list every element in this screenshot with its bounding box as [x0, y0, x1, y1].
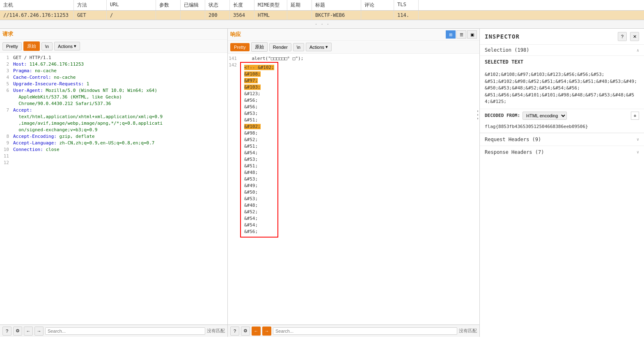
inspector-close-button[interactable]: ✕ — [630, 32, 639, 41]
main-content: 请求 Pretty 原始 \n Actions ▾ 1 GET / HTTP/1… — [0, 29, 644, 337]
code-line: 141 alert("□□□□□□° □"); — [228, 55, 479, 62]
col-length-header: 长度 — [230, 0, 254, 10]
request-search-input[interactable] — [45, 327, 205, 335]
inspector-header: INSPECTOR ? ✕ — [480, 29, 644, 45]
response-headers-section[interactable]: Response Headers (7) ∨ — [480, 146, 644, 158]
request-headers-section[interactable]: Request Headers (9) ∨ — [480, 133, 644, 146]
inspector-icons: ? ✕ — [618, 32, 639, 41]
help-button[interactable]: ? — [2, 327, 11, 336]
row-params — [156, 11, 181, 20]
row-status: 200 — [205, 11, 230, 20]
code-line: 3 Pragma: no-cache — [0, 68, 227, 74]
col-edited-header: 已编辑 — [181, 0, 205, 10]
response-help-button[interactable]: ? — [230, 327, 239, 336]
tab-request-newline[interactable]: \n — [41, 42, 53, 50]
tab-request-pretty[interactable]: Pretty — [2, 42, 22, 50]
selected-text-section: SELECTED TEXT &#102;&#108;&#97;&#103;&#1… — [480, 56, 644, 133]
code-line: 7 Accept: text/html,application/xhtml+xm… — [0, 107, 227, 133]
row-comment — [361, 11, 394, 20]
response-label: 响应 — [230, 31, 241, 38]
col-tls-header: TLS — [394, 0, 419, 10]
row-delay — [287, 11, 312, 20]
table-row[interactable]: //114.67.246.176:11253 GET / 200 3564 HT… — [0, 11, 644, 20]
view-split-button[interactable]: ⊞ — [446, 30, 456, 39]
request-label: 请求 — [2, 30, 13, 38]
response-actions-button[interactable]: Actions ▾ — [306, 43, 332, 51]
request-panel: 请求 Pretty 原始 \n Actions ▾ 1 GET / HTTP/1… — [0, 29, 228, 337]
response-tabs: Pretty 原始 Render \n Actions ▾ — [228, 41, 479, 54]
response-panel: 响应 ⊞ ☰ ▣ Pretty 原始 Render \n Actions ▾ 1… — [228, 29, 480, 337]
selected-text-title: SELECTED TEXT — [485, 59, 523, 65]
actions-chevron-icon: ▾ — [74, 43, 76, 49]
col-host-header: 主机 — [0, 0, 74, 10]
code-line: 2 Host: 114.67.246.176:11253 — [0, 61, 227, 68]
col-mime-header: MIME类型 — [254, 0, 287, 10]
settings-button[interactable]: ⚙ — [13, 327, 22, 336]
resize-handle[interactable]: · · · — [0, 20, 644, 29]
response-search-input[interactable] — [273, 327, 457, 335]
forward-button[interactable]: → — [34, 327, 44, 336]
row-mime: HTML — [254, 11, 287, 20]
view-toggle: ⊞ ☰ ▣ — [446, 30, 477, 39]
row-length: 3564 — [230, 11, 254, 20]
resize-dots: · · · — [314, 21, 329, 27]
decoded-value: flag{8853fb436530512504668386eeb09506} — [480, 122, 644, 133]
row-title: BKCTF-WEB6 — [312, 11, 361, 20]
response-forward-button[interactable]: → — [262, 327, 271, 336]
response-header-row: 响应 ⊞ ☰ ▣ — [228, 29, 479, 41]
response-code-area[interactable]: 141 alert("□□□□□□° □"); 142 <!-- &#102; … — [228, 54, 479, 324]
request-bottom-toolbar: ? ⚙ ← → 没有匹配 — [0, 324, 227, 337]
row-method: GET — [74, 11, 107, 20]
row-edited — [181, 11, 205, 20]
row-tls: 114. — [394, 11, 419, 20]
col-comment-header: 评论 — [361, 0, 394, 10]
code-line: 12 — [0, 160, 227, 166]
tab-response-pretty[interactable]: Pretty — [230, 43, 250, 51]
code-line: 6 User-Agent: Mozilla/5.0 (Windows NT 10… — [0, 87, 227, 107]
tab-response-render[interactable]: Render — [269, 43, 291, 51]
selection-label: Selection (198) — [485, 47, 529, 53]
code-line: 4 Cache-Control: no-cache — [0, 74, 227, 81]
col-status-header: 状态 — [205, 0, 230, 10]
response-headers-chevron-icon: ∨ — [637, 150, 639, 154]
request-no-match: 没有匹配 — [207, 328, 225, 334]
col-method-header: 方法 — [74, 0, 107, 10]
response-back-button[interactable]: ← — [252, 327, 261, 336]
decoded-from-select[interactable]: HTML encoding — [523, 112, 567, 120]
response-actions-label: Actions — [309, 45, 324, 50]
row-host: //114.67.246.176:11253 — [0, 11, 74, 20]
code-line: 8 Accept-Encoding: gzip, deflate — [0, 133, 227, 140]
col-delay-header: 延期 — [287, 0, 312, 10]
view-vertical-button[interactable]: ▣ — [467, 30, 477, 39]
col-title-header: 标题 — [312, 0, 361, 10]
selection-row: Selection (198) ∧ — [480, 45, 644, 56]
code-line: 9 Accept-Language: zh-CN,zh;q=0.9,en-US;… — [0, 140, 227, 146]
code-line: 11 — [0, 153, 227, 160]
response-no-match: 没有匹配 — [459, 328, 477, 334]
selected-text-header[interactable]: SELECTED TEXT — [480, 56, 644, 68]
response-headers-label: Response Headers (7) — [485, 149, 544, 155]
response-settings-button[interactable]: ⚙ — [241, 327, 250, 336]
decoded-from-label: DECODED FROM: — [485, 113, 520, 118]
tab-request-raw[interactable]: 原始 — [23, 41, 40, 51]
response-actions-chevron-icon: ▾ — [325, 44, 328, 50]
back-button[interactable]: ← — [24, 327, 33, 336]
tab-response-newline[interactable]: \n — [293, 43, 304, 51]
inspector-title: INSPECTOR — [485, 33, 520, 40]
inspector-help-button[interactable]: ? — [618, 32, 627, 41]
decoded-plus-button[interactable]: + — [631, 112, 639, 120]
tab-response-raw[interactable]: 原始 — [251, 42, 268, 52]
col-params-header: 参数 — [156, 0, 181, 10]
request-code-area[interactable]: 1 GET / HTTP/1.1 2 Host: 114.67.246.176:… — [0, 53, 227, 324]
response-highlighted-content: <!-- &#102; &#108; &#97; &#103; &#123; &… — [244, 64, 274, 235]
view-horizontal-button[interactable]: ☰ — [456, 30, 466, 39]
inspector-panel: INSPECTOR ? ✕ Selection (198) ∧ SELECTED… — [480, 29, 644, 337]
request-headers-chevron-icon: ∨ — [637, 137, 639, 142]
table-header: 主机 方法 URL 参数 已编辑 状态 长度 MIME类型 延期 标题 评论 T… — [0, 0, 644, 11]
request-actions-button[interactable]: Actions ▾ — [54, 42, 80, 50]
code-line: 1 GET / HTTP/1.1 — [0, 55, 227, 61]
response-bottom-toolbar: ? ⚙ ← → 没有匹配 — [228, 324, 479, 337]
actions-label: Actions — [58, 44, 73, 49]
code-line: 5 Upgrade-Insecure-Requests: 1 — [0, 81, 227, 87]
request-toolbar: 请求 — [0, 29, 227, 40]
